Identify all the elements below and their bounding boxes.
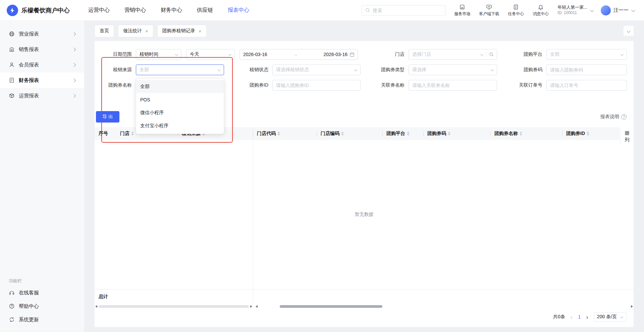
column-label: 门店代码 — [257, 131, 276, 137]
export-button[interactable]: 导 出 — [96, 111, 119, 123]
dropdown-option-all[interactable]: 全部 — [136, 80, 224, 93]
pagination: 共0条 ‹ 1 › 200 条/页 — [95, 309, 634, 325]
sort-icon[interactable] — [448, 132, 450, 136]
service-market-button[interactable]: 服务市场 — [454, 4, 470, 17]
member-icon — [9, 62, 15, 68]
sort-icon[interactable] — [587, 132, 589, 136]
fixed-area-scrollbar[interactable] — [95, 305, 252, 308]
date-type-select[interactable]: 核销时间 — [136, 49, 181, 60]
tab-groupon-verification-records[interactable]: 团购券核销记录 × — [157, 25, 207, 37]
scrollbar-thumb[interactable] — [280, 305, 382, 308]
close-icon[interactable]: × — [199, 29, 202, 34]
sidebar-item-system-update[interactable]: 系统更新 — [0, 313, 84, 326]
sidebar-item-online-support[interactable]: 在线客服 — [0, 286, 84, 299]
sort-icon[interactable] — [520, 132, 522, 136]
related-order-field[interactable] — [546, 80, 627, 91]
chevron-right-icon — [73, 63, 76, 67]
current-page[interactable]: 1 — [578, 314, 581, 320]
column-header-coupon-id[interactable]: 团购券ID — [562, 127, 619, 140]
message-center-button[interactable]: 消息中心 — [533, 4, 549, 17]
column-settings-button[interactable]: 列 — [620, 128, 634, 145]
search-icon[interactable] — [489, 52, 494, 57]
tab-method-statistics[interactable]: 做法统计 × — [118, 25, 153, 37]
scroll-right-arrow[interactable] — [631, 305, 633, 308]
scroll-left-arrow[interactable] — [256, 305, 258, 308]
coupon-code-field[interactable] — [546, 64, 627, 75]
date-range-picker[interactable]: 2026-03-16 → 2026-03-16 — [239, 49, 358, 60]
related-coupon-input[interactable] — [412, 83, 494, 88]
scrollbar-track[interactable] — [99, 305, 249, 308]
sort-icon[interactable] — [407, 132, 410, 136]
tab-label: 团购券核销记录 — [162, 28, 195, 34]
column-header-coupon-name[interactable]: 团购券名称 — [490, 127, 562, 140]
sidebar-item-sales-report[interactable]: 销售报表 — [0, 42, 84, 57]
dropdown-option-pos[interactable]: POS — [136, 93, 224, 106]
total-count: 共0条 — [553, 314, 565, 320]
sidebar-item-operation-report[interactable]: 运营报表 — [0, 88, 84, 103]
scroll-right-arrow[interactable] — [250, 305, 252, 308]
column-label: 团购券ID — [566, 131, 585, 137]
sort-icon[interactable] — [131, 132, 134, 136]
related-coupon-field[interactable] — [409, 80, 497, 91]
close-icon[interactable]: × — [145, 29, 148, 34]
column-header-store-code[interactable]: 门店代码 — [253, 127, 317, 140]
user-menu[interactable]: 汪一一 — [601, 5, 635, 15]
chevron-right-icon — [73, 47, 76, 51]
brand[interactable]: 乐檬餐饮商户中心 — [7, 5, 70, 16]
global-search[interactable] — [362, 5, 445, 16]
date-preset-select[interactable]: 今天 — [186, 49, 235, 60]
source-select[interactable]: 全部 — [136, 64, 224, 75]
column-header-coupon-code[interactable]: 团购券码 — [423, 127, 490, 140]
next-page-button[interactable]: › — [586, 314, 588, 320]
coupon-id-input[interactable] — [276, 83, 357, 88]
sidebar-item-finance-report[interactable]: 财务报表 — [0, 73, 84, 88]
sidebar: 营业报表 销售报表 会员报表 财务报表 运营报表 功能栏 在线客服 — [0, 21, 84, 332]
related-order-input[interactable] — [550, 83, 624, 88]
chevron-down-icon — [631, 9, 635, 12]
client-download-button[interactable]: 客户端下载 — [479, 4, 499, 17]
client-download-label: 客户端下载 — [479, 11, 499, 17]
sort-icon[interactable] — [341, 132, 344, 136]
coupon-type-placeholder: 请选择 — [412, 67, 488, 73]
page-size-value: 200 条/页 — [597, 314, 617, 320]
table-horizontal-scrollbar[interactable] — [256, 305, 633, 308]
nav-item-supply-chain[interactable]: 供应链 — [197, 7, 213, 14]
account-switcher[interactable]: 年轻人第一家... ID: 100011 — [557, 5, 594, 15]
dropdown-option-wechat-mini[interactable]: 微信小程序 — [136, 106, 224, 119]
dropdown-option-alipay-mini[interactable]: 支付宝小程序 — [136, 119, 224, 132]
report-help[interactable]: 报表说明 ? — [600, 114, 627, 120]
coupon-id-field[interactable] — [272, 80, 361, 91]
coupon-code-input[interactable] — [550, 67, 624, 73]
store-select[interactable]: 选择门店 — [409, 49, 497, 60]
nav-item-report-center[interactable]: 报表中心 — [228, 7, 249, 14]
nav-item-finance[interactable]: 财务中心 — [161, 7, 182, 14]
tab-home[interactable]: 首页 — [95, 25, 114, 37]
column-header-store-number[interactable]: 门店编码 — [317, 127, 382, 140]
refresh-icon — [9, 317, 15, 323]
tab-label: 做法统计 — [123, 28, 142, 34]
scrollbar-track[interactable] — [259, 305, 630, 308]
column-header-platform[interactable]: 团购平台 — [382, 127, 423, 140]
column-label: 团购券码 — [427, 131, 446, 137]
sidebar-item-label: 帮助中心 — [19, 303, 39, 310]
grid-icon — [625, 131, 630, 136]
sidebar-item-help-center[interactable]: 帮助中心 — [0, 299, 84, 313]
store-label: 门店 — [361, 51, 409, 57]
coupon-type-select[interactable]: 请选择 — [409, 64, 497, 75]
sidebar-item-member-report[interactable]: 会员报表 — [0, 57, 84, 73]
nav-item-marketing[interactable]: 营销中心 — [124, 7, 146, 14]
tabbar-collapse-button[interactable] — [624, 26, 634, 36]
sort-icon[interactable] — [277, 132, 280, 136]
coupon-id-label: 团购券ID — [224, 82, 272, 88]
prev-page-button[interactable]: ‹ — [571, 314, 573, 320]
sidebar-item-business-report[interactable]: 营业报表 — [0, 26, 84, 42]
page-size-select[interactable]: 200 条/页 — [594, 312, 627, 322]
headset-icon — [9, 290, 15, 296]
scroll-left-arrow[interactable] — [95, 305, 97, 308]
status-select[interactable]: 请选择核销状态 — [272, 64, 361, 75]
task-center-button[interactable]: 任务中心 — [508, 4, 524, 17]
search-input[interactable] — [373, 8, 442, 13]
sidebar-item-label: 销售报表 — [19, 46, 39, 53]
nav-item-operations[interactable]: 运营中心 — [88, 7, 110, 14]
platform-select[interactable]: 全部 — [546, 49, 627, 60]
